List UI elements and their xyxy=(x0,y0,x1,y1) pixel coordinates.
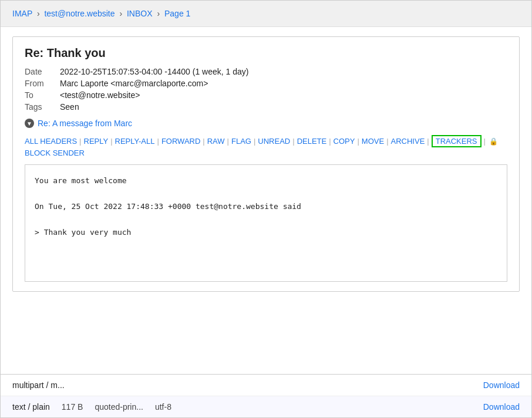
action-move[interactable]: MOVE xyxy=(362,136,384,147)
from-value: Marc Laporte <marc@marclaporte.com> xyxy=(60,79,507,88)
email-body: You are most welcome On Tue, 25 Oct 2022… xyxy=(25,164,507,282)
to-label: To xyxy=(25,90,60,100)
attachment-header-type: multipart / m... xyxy=(12,380,65,390)
attachment-detail-download[interactable]: Download xyxy=(483,402,520,412)
breadcrumb-inbox[interactable]: INBOX xyxy=(127,9,153,18)
breadcrumb-account[interactable]: test@notre.website xyxy=(44,9,115,18)
attachment-detail-encoding: quoted-prin... xyxy=(95,402,143,412)
action-forward[interactable]: FORWARD xyxy=(161,136,200,147)
body-line-5: > Thank you very much xyxy=(35,226,497,239)
breadcrumb: IMAP › test@notre.website › INBOX › Page… xyxy=(1,1,531,27)
lock-icon: 🔒 xyxy=(489,137,498,146)
body-line-1: You are most welcome xyxy=(35,174,497,187)
action-delete[interactable]: DELETE xyxy=(297,136,327,147)
app-window: IMAP › test@notre.website › INBOX › Page… xyxy=(0,0,532,418)
attachment-header-download[interactable]: Download xyxy=(483,380,520,390)
attachment-detail-info: text / plain 117 B quoted-prin... utf-8 xyxy=(12,402,171,412)
attachment-detail-row: text / plain 117 B quoted-prin... utf-8 … xyxy=(1,396,531,417)
action-bar: ALL HEADERS | REPLY | REPLY-ALL | FORWAR… xyxy=(25,135,507,159)
action-all-headers[interactable]: ALL HEADERS xyxy=(25,136,77,147)
thread-link-text: Re: A message from Marc xyxy=(38,119,132,128)
date-label: Date xyxy=(25,67,60,76)
action-trackers[interactable]: TRACKERS xyxy=(432,135,482,147)
thread-arrow-icon: ▼ xyxy=(25,119,34,128)
action-block-sender[interactable]: BLOCK SENDER xyxy=(25,147,85,159)
date-value: 2022-10-25T15:07:53-04:00 -14400 (1 week… xyxy=(60,67,507,76)
action-reply-all[interactable]: REPLY-ALL xyxy=(115,136,155,147)
action-archive[interactable]: ARCHIVE xyxy=(391,136,425,147)
attachment-detail-charset: utf-8 xyxy=(155,402,171,412)
from-label: From xyxy=(25,79,60,88)
attachment-detail-size: 117 B xyxy=(62,402,83,412)
action-unread[interactable]: UNREAD xyxy=(258,136,290,147)
email-subject: Re: Thank you xyxy=(25,46,507,60)
breadcrumb-page[interactable]: Page 1 xyxy=(164,9,190,18)
tags-value: Seen xyxy=(60,102,507,112)
body-line-3: On Tue, 25 Oct 2022 17:48:33 +0000 test@… xyxy=(35,200,497,213)
action-raw[interactable]: RAW xyxy=(207,136,225,147)
breadcrumb-sep-1: › xyxy=(37,9,40,18)
attachment-detail-type: text / plain xyxy=(12,402,50,412)
action-flag[interactable]: FLAG xyxy=(231,136,251,147)
thread-link[interactable]: ▼ Re: A message from Marc xyxy=(25,119,507,128)
to-value: <test@notre.website> xyxy=(60,90,507,100)
email-meta: Date 2022-10-25T15:07:53-04:00 -14400 (1… xyxy=(25,67,507,112)
breadcrumb-sep-2: › xyxy=(119,9,122,18)
attachment-header-row: multipart / m... Download xyxy=(1,375,531,396)
action-copy[interactable]: COPY xyxy=(334,136,355,147)
email-card: Re: Thank you Date 2022-10-25T15:07:53-0… xyxy=(12,36,520,292)
breadcrumb-sep-3: › xyxy=(157,9,160,18)
tags-label: Tags xyxy=(25,102,60,112)
body-line-2 xyxy=(35,187,497,200)
body-line-4 xyxy=(35,213,497,226)
attachments-section: multipart / m... Download text / plain 1… xyxy=(1,374,531,417)
breadcrumb-imap[interactable]: IMAP xyxy=(12,9,32,18)
action-reply[interactable]: REPLY xyxy=(84,136,109,147)
